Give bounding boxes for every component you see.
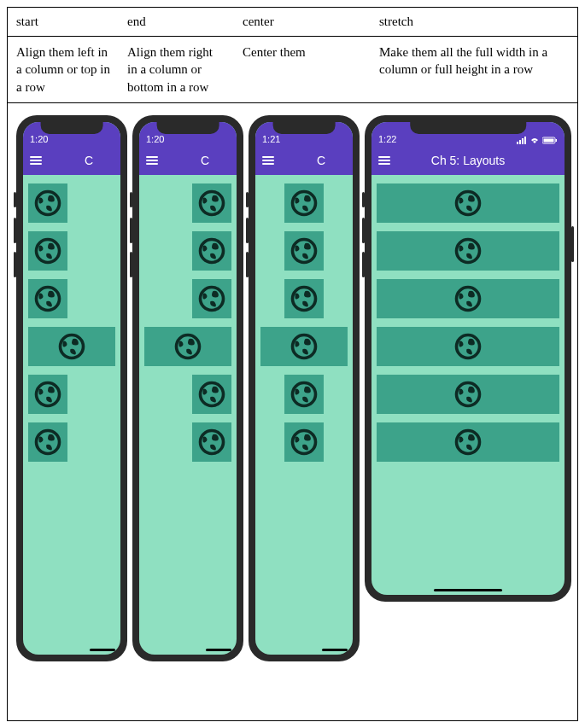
status-time: 1:20 bbox=[146, 134, 164, 144]
globe-icon bbox=[453, 427, 483, 457]
menu-icon[interactable] bbox=[378, 156, 390, 165]
content-stretch bbox=[371, 175, 565, 595]
globe-icon bbox=[32, 188, 63, 218]
globe-icon bbox=[453, 283, 483, 314]
side-button bbox=[130, 252, 132, 277]
header-end: end bbox=[119, 8, 234, 36]
svg-rect-20 bbox=[522, 138, 524, 144]
globe-icon bbox=[289, 427, 319, 457]
app-bar: C bbox=[23, 146, 120, 175]
layout-tile bbox=[284, 375, 324, 414]
desc-start: Align them left in a column or top in a … bbox=[8, 37, 119, 102]
globe-icon bbox=[453, 379, 483, 410]
status-icons bbox=[517, 137, 558, 144]
desc-end: Align them right in a column or bottom i… bbox=[119, 37, 234, 102]
status-time: 1:22 bbox=[378, 134, 396, 144]
side-button bbox=[362, 218, 365, 243]
svg-rect-21 bbox=[524, 137, 526, 144]
layout-tile bbox=[377, 422, 559, 462]
globe-icon bbox=[56, 331, 87, 362]
layout-tile bbox=[377, 231, 559, 271]
home-indicator bbox=[90, 649, 115, 651]
content-end bbox=[139, 175, 237, 655]
home-indicator bbox=[206, 649, 231, 651]
globe-icon bbox=[453, 331, 483, 362]
phone-screen: 1:22 Ch 5: Layouts bbox=[371, 122, 565, 595]
wifi-icon bbox=[529, 137, 540, 144]
globe-icon bbox=[453, 236, 483, 266]
layout-tile bbox=[144, 327, 231, 366]
app-bar: Ch 5: Layouts bbox=[371, 146, 565, 175]
phone-center: 1:21 C bbox=[249, 115, 360, 661]
phone-notch bbox=[410, 122, 526, 134]
side-button bbox=[130, 218, 132, 243]
layout-tile bbox=[192, 375, 231, 414]
layout-tile bbox=[192, 422, 231, 462]
globe-icon bbox=[289, 188, 319, 218]
signal-icon bbox=[517, 137, 527, 144]
app-title: C bbox=[167, 154, 230, 167]
phone-notch bbox=[157, 122, 219, 134]
layout-tile bbox=[377, 279, 559, 318]
side-button bbox=[130, 192, 132, 207]
layout-tile bbox=[377, 327, 559, 366]
globe-icon bbox=[32, 283, 63, 314]
content-center bbox=[255, 175, 353, 655]
layout-tile bbox=[28, 279, 67, 318]
globe-icon bbox=[196, 379, 227, 410]
svg-rect-23 bbox=[544, 138, 554, 142]
layout-tile bbox=[284, 279, 324, 318]
status-time: 1:21 bbox=[262, 134, 280, 144]
globe-icon bbox=[196, 236, 227, 266]
layout-tile bbox=[377, 375, 559, 414]
globe-icon bbox=[453, 188, 483, 218]
comparison-table: start end center stretch Align them left… bbox=[7, 7, 578, 721]
globe-icon bbox=[196, 188, 227, 218]
globe-icon bbox=[289, 379, 319, 410]
globe-icon bbox=[289, 236, 319, 266]
layout-tile bbox=[284, 422, 324, 462]
side-button bbox=[14, 192, 16, 207]
app-title: C bbox=[283, 154, 346, 167]
desc-stretch: Make them all the full width in a column… bbox=[371, 37, 577, 102]
app-title: Ch 5: Layouts bbox=[399, 154, 537, 167]
layout-tile bbox=[28, 183, 67, 223]
header-start: start bbox=[8, 8, 119, 36]
side-button bbox=[571, 226, 574, 262]
layout-tile bbox=[192, 231, 231, 271]
header-center: center bbox=[234, 8, 371, 36]
side-button bbox=[246, 192, 249, 207]
description-row: Align them left in a column or top in a … bbox=[8, 37, 577, 103]
app-title: C bbox=[50, 154, 114, 167]
layout-tile bbox=[28, 422, 67, 462]
battery-icon bbox=[542, 137, 558, 144]
svg-rect-18 bbox=[517, 142, 518, 144]
phone-end: 1:20 C bbox=[132, 115, 243, 661]
home-indicator bbox=[322, 649, 348, 651]
layout-tile bbox=[28, 231, 67, 271]
header-row: start end center stretch bbox=[8, 8, 577, 37]
svg-rect-19 bbox=[519, 140, 521, 144]
phone-screen: 1:20 C bbox=[139, 122, 237, 655]
layout-tile bbox=[284, 231, 324, 271]
content-start bbox=[23, 175, 120, 655]
globe-icon bbox=[32, 236, 63, 266]
globe-icon bbox=[32, 379, 63, 410]
layout-tile bbox=[28, 375, 67, 414]
side-button bbox=[362, 192, 365, 207]
menu-icon[interactable] bbox=[146, 156, 158, 165]
app-bar: C bbox=[139, 146, 237, 175]
app-bar: C bbox=[255, 146, 353, 175]
side-button bbox=[246, 252, 249, 277]
home-indicator bbox=[434, 589, 502, 591]
desc-center: Center them bbox=[234, 37, 371, 102]
phone-screen: 1:20 C bbox=[23, 122, 120, 655]
status-time: 1:20 bbox=[30, 134, 48, 144]
header-stretch: stretch bbox=[371, 8, 577, 36]
layout-tile bbox=[192, 183, 231, 223]
globe-icon bbox=[196, 427, 227, 457]
menu-icon[interactable] bbox=[30, 156, 42, 165]
menu-icon[interactable] bbox=[262, 156, 274, 165]
phones-row: 1:20 C 1:20 bbox=[8, 103, 577, 720]
layout-tile bbox=[192, 279, 231, 318]
